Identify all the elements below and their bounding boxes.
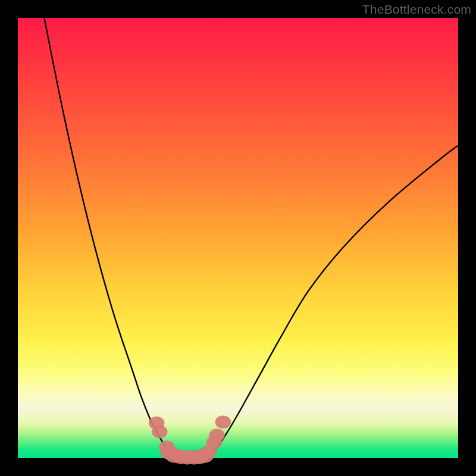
curve-right-branch xyxy=(207,146,458,456)
chart-frame: TheBottleneck.com xyxy=(0,0,476,476)
plot-area xyxy=(18,18,458,458)
attribution-text: TheBottleneck.com xyxy=(362,2,471,17)
marker-point xyxy=(215,415,231,428)
marker-point xyxy=(152,425,168,439)
curve-layer xyxy=(44,18,458,458)
marker-point xyxy=(209,429,225,442)
curve-left-branch xyxy=(44,18,176,456)
chart-svg xyxy=(18,18,458,458)
